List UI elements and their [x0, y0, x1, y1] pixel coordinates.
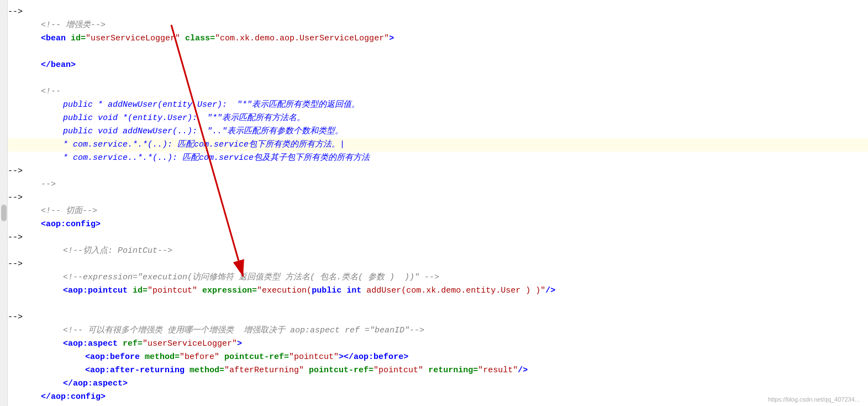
comment-enhance: <!-- 增强类-->	[41, 19, 106, 32]
attr-pointcut-ref-after: pointcut-ref=	[304, 364, 373, 377]
comment-line5: * com.service..*.*(..): 匹配com.service包及其…	[63, 152, 370, 165]
attr-pointcut-id: id=	[133, 284, 148, 298]
line-comment-close: -->	[8, 178, 868, 191]
line-empty-3	[8, 298, 868, 311]
attr-class: class=	[180, 32, 215, 45]
val-ref: "userServiceLogger"	[143, 337, 237, 351]
line-comment-expression: <!--expression="execution(访问修饰符 返回值类型 方法…	[8, 271, 868, 284]
tag-aop-after-open: <aop:after-returning	[85, 364, 190, 377]
line-empty-1	[8, 45, 868, 59]
line-comment-aspect: <!-- 可以有很多个增强类 使用哪一个增强类 增强取决于 aop:aspect…	[8, 324, 868, 337]
scroll-thumb[interactable]	[1, 205, 7, 221]
tag-aop-aspect-open: <aop:aspect	[63, 337, 123, 351]
comment-line4: * com.service.*.*(..): 匹配com.service包下所有…	[63, 138, 345, 152]
attr-method-before: method=	[145, 351, 180, 364]
line-aop-config-close: </aop:config>	[8, 391, 868, 404]
attr-ref: ref=	[123, 337, 143, 351]
val-method-before: "before"	[180, 351, 219, 364]
line-aop-pointcut: <aop:pointcut id="pointcut" expression="…	[8, 284, 868, 298]
line-comment-2: public void *(entity.User): "*"表示匹配所有方法名…	[8, 112, 868, 125]
tag-after-close: />	[518, 364, 528, 377]
tag-pointcut-close: />	[545, 284, 555, 298]
comment-line2: public void *(entity.User): "*"表示匹配所有方法名…	[63, 112, 305, 125]
line-close-bean: </bean>	[8, 59, 868, 72]
tag-bean-close: </bean>	[41, 59, 76, 72]
comment-line3: public void addNewUser(..): ".."表示匹配所有参数…	[63, 125, 343, 138]
line-aop-after: <aop:after-returning method="afterReturn…	[8, 364, 868, 377]
tag-before-close: ></aop:before>	[339, 351, 408, 364]
val-pointcut-ref-before: "pointcut"	[289, 351, 339, 364]
tag-aop-aspect-close: </aop:aspect>	[63, 377, 128, 391]
line-1: <!-- 增强类-->	[8, 19, 868, 32]
val-class-userservicelogger: "com.xk.demo.aop.UserServiceLogger"	[215, 32, 389, 45]
line-comment-3: public void addNewUser(..): ".."表示匹配所有参数…	[8, 125, 868, 138]
line-empty-2	[8, 72, 868, 85]
line-comment-pointcut: <!--切入点: PointCut-->	[8, 244, 868, 258]
comment-close-tag: -->	[41, 178, 56, 191]
line-comment-section: <!-- 切面-->	[8, 205, 868, 218]
code-container: --> <!-- 增强类--> <bean id="userServiceLog…	[0, 0, 868, 406]
line-aop-aspect-close: </aop:aspect>	[8, 377, 868, 391]
val-expression: "execution(public int addUser(com.xk.dem…	[257, 284, 545, 298]
val-pointcut-ref-after: "pointcut"	[373, 364, 423, 377]
line-comment-5: * com.service..*.*(..): 匹配com.service包及其…	[8, 152, 868, 165]
comment-aspect-desc: <!-- 可以有很多个增强类 使用哪一个增强类 增强取决于 aop:aspect…	[63, 324, 424, 337]
line-comment-1: public * addNewUser(entity.User): "*"表示匹…	[8, 98, 868, 112]
tag-bean-close-bracket: >	[389, 32, 394, 45]
line-2: <bean id="userServiceLogger" class="com.…	[8, 32, 868, 45]
line-comment-open: <!--	[8, 85, 868, 98]
tag-aop-before-open: <aop:before	[85, 351, 145, 364]
tag-aop-config-close: </aop:config>	[41, 391, 106, 404]
line-aop-aspect-open: <aop:aspect ref="userServiceLogger">	[8, 337, 868, 351]
attr-pointcut-ref-before: pointcut-ref=	[219, 351, 289, 364]
code-editor: --> <!-- 增强类--> <bean id="userServiceLog…	[0, 6, 868, 404]
attr-returning: returning=	[423, 364, 478, 377]
comment-open-tag: <!--	[41, 85, 61, 98]
scroll-indicator[interactable]	[0, 0, 8, 406]
val-userservicelogger: "userServiceLogger"	[86, 32, 180, 45]
tag-aspect-bracket: >	[237, 337, 242, 351]
watermark: https://blog.csdn.net/qq_407234...	[768, 395, 860, 405]
tag-aop-pointcut: <aop:pointcut	[63, 284, 133, 298]
comment-line1: public * addNewUser(entity.User): "*"表示匹…	[63, 98, 360, 112]
val-returning: "result"	[478, 364, 518, 377]
val-pointcut-id: "pointcut"	[148, 284, 197, 298]
comment-expression: <!--expression="execution(访问修饰符 返回值类型 方法…	[63, 271, 439, 284]
tag-aop-config-open: <aop:config>	[41, 218, 101, 231]
attr-id: id=	[71, 32, 86, 45]
comment-section: <!-- 切面-->	[41, 205, 97, 218]
attr-expression: expression=	[197, 284, 257, 298]
val-method-after: "afterReturning"	[224, 364, 304, 377]
line-comment-4-highlighted: * com.service.*.*(..): 匹配com.service包下所有…	[8, 138, 868, 152]
line-aop-before: <aop:before method="before" pointcut-ref…	[8, 351, 868, 364]
line-aop-config-open: <aop:config>	[8, 218, 868, 231]
attr-method-after: method=	[190, 364, 224, 377]
comment-pointcut: <!--切入点: PointCut-->	[63, 244, 172, 258]
tag-bean-open: <bean	[41, 32, 71, 45]
